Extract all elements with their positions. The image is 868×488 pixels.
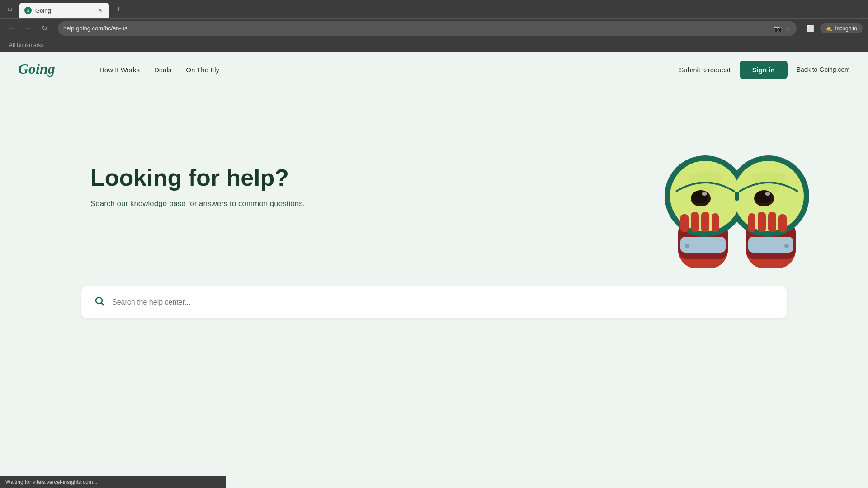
- search-box: [81, 286, 787, 318]
- hero-text: Looking for help? Search our knowledge b…: [90, 165, 316, 210]
- hero-subtext: Search our knowledge base for answers to…: [90, 198, 316, 210]
- svg-rect-21: [691, 212, 699, 232]
- incognito-label: Incognito: [835, 25, 857, 32]
- svg-rect-22: [701, 212, 709, 232]
- tab-close-button[interactable]: ✕: [97, 7, 104, 14]
- cast-icon[interactable]: ⬜: [804, 22, 816, 35]
- tab-favicon: G: [24, 7, 32, 14]
- svg-line-29: [102, 303, 104, 306]
- incognito-icon: 🕵: [826, 25, 832, 32]
- page-content: Going How It Works Deals On The Fly Subm…: [0, 52, 868, 488]
- svg-rect-27: [778, 214, 787, 232]
- hero-heading: Looking for help?: [90, 165, 316, 191]
- logo[interactable]: Going: [18, 59, 72, 80]
- submit-request-link[interactable]: Submit a request: [679, 66, 730, 74]
- url-text: help.going.com/hc/en-us: [63, 25, 770, 32]
- on-the-fly-link[interactable]: On The Fly: [186, 66, 219, 74]
- reload-button[interactable]: ↻: [38, 22, 51, 35]
- nav-links: How It Works Deals On The Fly: [99, 66, 219, 74]
- sign-in-button[interactable]: Sign in: [740, 61, 788, 79]
- nav-right: Submit a request Sign in Back to Going.c…: [679, 61, 850, 79]
- svg-point-7: [685, 244, 689, 248]
- status-bar: Waiting for vitals.vercel-insights.com..…: [0, 476, 226, 488]
- svg-text:Going: Going: [18, 61, 55, 77]
- svg-point-17: [702, 192, 707, 196]
- active-tab[interactable]: G Going ✕: [19, 3, 109, 18]
- hero-illustration: [651, 97, 823, 268]
- search-input[interactable]: [112, 298, 774, 306]
- incognito-button[interactable]: 🕵 Incognito: [820, 23, 863, 33]
- how-it-works-link[interactable]: How It Works: [99, 66, 140, 74]
- svg-rect-24: [748, 213, 755, 232]
- search-icon: [94, 296, 105, 309]
- forward-button[interactable]: →: [22, 22, 34, 35]
- back-to-going-link[interactable]: Back to Going.com: [797, 66, 850, 73]
- new-tab-button[interactable]: +: [112, 3, 125, 15]
- logo-text: Going: [18, 66, 72, 80]
- svg-rect-20: [680, 214, 689, 232]
- bookmark-icon[interactable]: ☆: [785, 25, 791, 32]
- search-section: [18, 277, 850, 327]
- tab-switcher[interactable]: □: [4, 3, 16, 15]
- deals-link[interactable]: Deals: [154, 66, 171, 74]
- bookmarks-label[interactable]: All Bookmarks: [5, 41, 47, 50]
- back-button[interactable]: ←: [5, 22, 18, 35]
- svg-rect-26: [768, 212, 776, 232]
- address-bar[interactable]: help.going.com/hc/en-us 📷 ☆: [58, 21, 797, 36]
- svg-rect-23: [712, 213, 719, 232]
- svg-point-8: [784, 244, 789, 248]
- camera-off-icon: 📷: [774, 25, 782, 32]
- status-text: Waiting for vitals.vercel-insights.com..…: [5, 479, 98, 485]
- svg-point-18: [765, 192, 770, 196]
- hero-section: Looking for help? Search our knowledge b…: [0, 88, 868, 277]
- svg-rect-25: [758, 212, 766, 232]
- site-nav: Going How It Works Deals On The Fly Subm…: [0, 52, 868, 88]
- svg-rect-19: [735, 192, 739, 201]
- tab-title: Going: [35, 7, 93, 14]
